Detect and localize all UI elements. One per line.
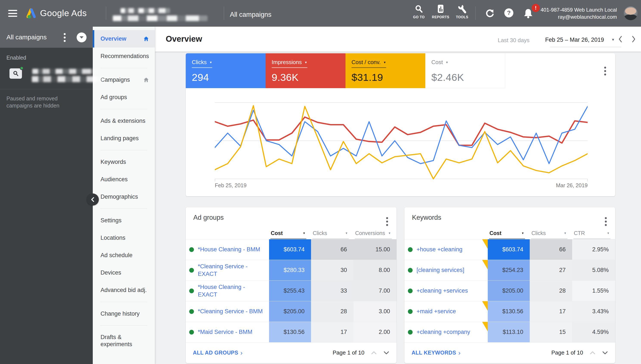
sort-caret-icon: ▼ — [388, 232, 391, 235]
sort-caret-icon: ▼ — [303, 232, 305, 235]
tools-button[interactable]: TOOLS — [450, 4, 474, 19]
keyword-link[interactable]: +cleaning +company — [416, 328, 470, 336]
sort-caret-icon: ▼ — [564, 232, 566, 235]
sidebar-item-keywords[interactable]: Keywords — [93, 153, 155, 171]
ad-group-link[interactable]: *Cleaning Service - EXACT — [198, 263, 248, 278]
metric-cell-clicks: 17 — [311, 322, 353, 342]
ad-group-link[interactable]: *Cleaning Service - BMM — [198, 308, 263, 315]
sidebar-item-devices[interactable]: Devices — [93, 264, 155, 282]
ad-group-link[interactable]: *Maid Service - BMM — [198, 328, 253, 336]
page-up-button[interactable] — [371, 351, 377, 355]
sidebar-item-recommendations[interactable]: Recommendations — [93, 48, 155, 65]
sidebar-item-label: Ad groups — [101, 94, 127, 100]
column-header-cost[interactable]: Cost▼ — [489, 230, 525, 239]
menu-icon[interactable] — [8, 10, 17, 17]
sidebar-item-settings[interactable]: Settings — [93, 212, 155, 229]
svg-text:?: ? — [507, 10, 511, 16]
next-period-button[interactable] — [631, 35, 636, 43]
nav-divider — [100, 302, 147, 302]
notification-badge: ! — [532, 4, 540, 12]
metric-value: 8.00 — [379, 267, 390, 274]
sidebar-item-ad-schedule[interactable]: Ad schedule — [93, 246, 155, 264]
metric-cell-clicks: 66 — [311, 239, 353, 260]
metric-cell-ctr: 1.55% — [572, 280, 615, 301]
sidebar-item-label: Demographics — [101, 194, 138, 200]
keyword-link[interactable]: [cleaning services] — [416, 266, 464, 274]
view-all-link[interactable]: ALL KEYWORDS› — [411, 349, 461, 356]
chart-card-kebab-menu-icon[interactable] — [603, 65, 607, 77]
ad-group-link[interactable]: *House Cleaning - EXACT — [198, 283, 245, 298]
sidebar-item-advanced-bid-adj[interactable]: Advanced bid adj. — [93, 282, 155, 299]
keyword-link[interactable]: +house +cleaning — [416, 246, 462, 253]
view-all-link[interactable]: ALL AD GROUPS› — [193, 349, 243, 356]
campaign-enabled-dot — [20, 66, 24, 70]
sidebar-item-locations[interactable]: Locations — [93, 229, 155, 246]
chevron-down-icon: ▼ — [445, 61, 448, 64]
ad-groups-card: Ad groupsCost▼Clicks▼Conversions▼*House … — [186, 207, 396, 363]
sidebar-kebab-menu-icon[interactable] — [62, 32, 67, 43]
refresh-icon[interactable] — [485, 8, 495, 18]
metric-value: $280.33 — [284, 267, 305, 274]
chevron-down-icon: ▼ — [209, 61, 212, 64]
sidebar-item-demographics[interactable]: Demographics — [93, 188, 155, 206]
sidebar-item-overview[interactable]: Overview — [93, 30, 155, 48]
keyword-link[interactable]: +cleaning +services — [416, 287, 468, 294]
metric-cell-clicks: 30 — [311, 260, 353, 280]
sidebar-item-ads-extensions[interactable]: Ads & extensions — [93, 112, 155, 130]
column-header-cost[interactable]: Cost▼ — [270, 230, 306, 239]
column-header-clicks[interactable]: Clicks▼ — [531, 230, 567, 239]
chevron-down-icon: ▼ — [304, 61, 307, 64]
column-header-ctr[interactable]: CTR▼ — [573, 230, 610, 239]
reports-button[interactable]: REPORTS — [429, 4, 453, 19]
collapse-panel-button[interactable] — [87, 194, 99, 206]
metric-cell-cost: $130.56 — [488, 301, 530, 322]
help-icon[interactable]: ? — [504, 8, 514, 18]
date-range-picker[interactable]: Feb 25 – Mar 26, 2019 — [545, 36, 604, 43]
scorecard-cost[interactable]: Cost▼$2.46K — [425, 53, 505, 88]
chart-x-axis: Feb 25, 2019 Mar 26, 2019 — [215, 182, 588, 188]
table-row: *Maid Service - BMM$130.56172.00 — [186, 322, 396, 342]
wrench-icon — [458, 4, 467, 13]
sidebar-item-audiences[interactable]: Audiences — [93, 171, 155, 188]
column-header-clicks[interactable]: Clicks▼ — [312, 230, 349, 239]
nav-divider — [100, 326, 147, 326]
search-campaign-icon[interactable] — [10, 68, 22, 79]
scorecard-clicks[interactable]: Clicks▼294 — [186, 53, 266, 88]
sidebar-collapse-chevron-icon[interactable] — [77, 32, 87, 42]
metric-cell-clicks: 15 — [530, 322, 572, 342]
sidebar-item-landing-pages[interactable]: Landing pages — [93, 130, 155, 147]
keyword-link[interactable]: +maid +service — [416, 308, 456, 315]
name-cell: *House Cleaning - EXACT — [186, 280, 269, 301]
metric-value: $254.23 — [502, 267, 523, 274]
table-footer: ALL AD GROUPS›Page 1 of 10 — [186, 342, 396, 363]
sidebar-item-ad-groups[interactable]: Ad groups — [93, 88, 155, 106]
scorecard-value: 294 — [192, 72, 266, 83]
sidebar-item-drafts-experiments[interactable]: Drafts & experiments — [93, 329, 155, 353]
overview-chart-card: Clicks▼294Impressions▼9.36KCost / conv.▼… — [186, 53, 615, 196]
previous-period-button[interactable] — [618, 35, 623, 43]
table-row: +house +cleaning$603.74662.95% — [404, 239, 615, 260]
home-icon — [143, 77, 149, 83]
sidebar-item-label: Campaigns — [101, 76, 130, 83]
page-down-button[interactable] — [383, 351, 389, 355]
avatar[interactable] — [624, 6, 637, 20]
column-header-conversions[interactable]: Conversions▼ — [355, 230, 392, 239]
metric-value: 5.08% — [592, 267, 609, 274]
search-icon — [414, 4, 423, 13]
scorecard-impressions[interactable]: Impressions▼9.36K — [266, 53, 345, 88]
bar-chart-icon — [436, 4, 445, 13]
metric-cell-clicks: 17 — [530, 301, 572, 322]
chevron-right-icon: › — [458, 349, 460, 356]
metric-cell-cost: $254.23 — [488, 260, 530, 280]
sidebar-item-label: Ad schedule — [101, 252, 133, 259]
series-line-clicks — [215, 106, 588, 164]
scorecard-cost-conv[interactable]: Cost / conv.▼$31.19 — [345, 53, 425, 88]
metric-cell-cost: $113.10 — [488, 322, 530, 342]
page-down-button[interactable] — [602, 351, 608, 355]
page-up-button[interactable] — [589, 351, 596, 355]
sidebar-item-change-history[interactable]: Change history — [93, 305, 155, 322]
column-header-label: Clicks — [531, 230, 546, 236]
name-cell: +house +cleaning — [404, 239, 488, 260]
ad-group-link[interactable]: *House Cleaning - BMM — [198, 246, 260, 253]
go-to-button[interactable]: GO TO — [407, 4, 431, 19]
